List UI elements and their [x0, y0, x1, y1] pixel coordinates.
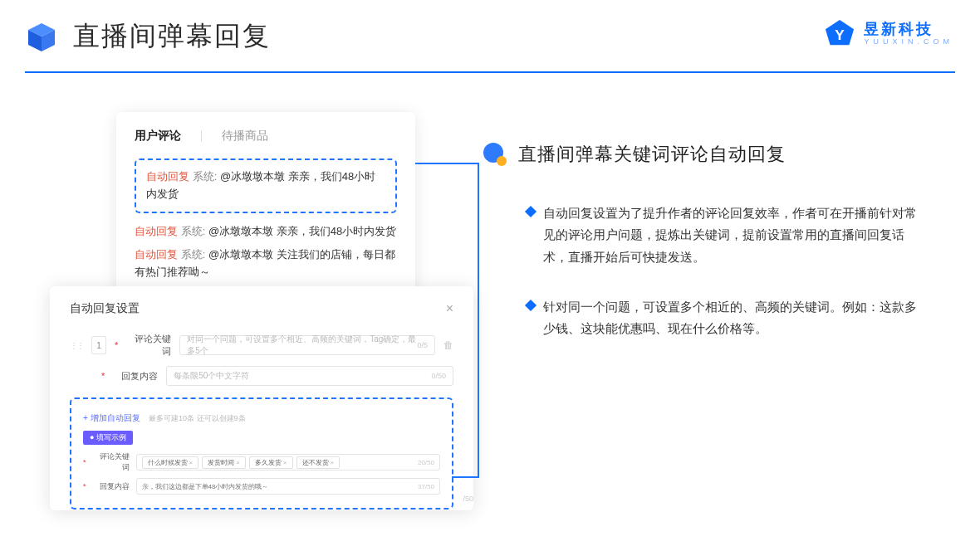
- ex-reply-field[interactable]: 亲，我们这边都是下单48小时内发货的哦～ 37/50: [136, 478, 440, 495]
- example-section: + 增加自动回复 最多可建10条 还可以创建9条 ● 填写示例 * 评论关键词 …: [70, 397, 453, 510]
- page-title: 直播间弹幕回复: [73, 18, 271, 55]
- example-badge: ● 填写示例: [83, 431, 133, 445]
- add-limit-note: 最多可建10条 还可以创建9条: [149, 414, 246, 422]
- outside-count: /50: [463, 495, 473, 503]
- highlighted-comment: 自动回复 系统: @冰墩墩本墩 亲亲，我们48小时内发货: [135, 158, 397, 213]
- index-box: 1: [91, 336, 106, 354]
- tab-divider: [201, 130, 202, 142]
- settings-modal: 自动回复设置 × ⋮⋮ 1 * 评论关键词 对同一个问题，可设置多个相近、高频的…: [50, 286, 473, 510]
- reply-label: 回复内容: [113, 370, 158, 383]
- cube-icon: [25, 20, 58, 53]
- brand-logo: Y 昱新科技 YUUXIN.COM: [824, 18, 953, 50]
- header-rule: [25, 71, 955, 73]
- modal-title: 自动回复设置: [70, 301, 140, 316]
- brand-name-cn: 昱新科技: [864, 22, 953, 38]
- svg-point-6: [497, 156, 507, 166]
- speech-bubble-icon: [482, 141, 508, 168]
- required-mark: *: [115, 340, 118, 350]
- keyword-chip: 发货时间×: [202, 456, 246, 469]
- tab-pending-products[interactable]: 待播商品: [222, 129, 268, 144]
- close-icon[interactable]: ×: [446, 301, 453, 316]
- ex-keyword-label: 评论关键词: [93, 451, 130, 473]
- svg-text:Y: Y: [835, 27, 845, 43]
- ex-reply-label: 回复内容: [93, 481, 130, 492]
- add-auto-reply-link[interactable]: + 增加自动回复: [83, 413, 140, 422]
- ex-keyword-field[interactable]: 什么时候发货× 发货时间× 多久发货× 还不发货× 20/50: [136, 454, 440, 471]
- bullet-item: 自动回复设置为了提升作者的评论回复效率，作者可在开播前针对常见的评论用户问题，提…: [482, 202, 938, 268]
- bullet-item: 针对同一个问题，可设置多个相近的、高频的关键词。例如：这款多少钱、这块能优惠吗、…: [482, 296, 938, 340]
- keyword-chip: 还不发货×: [296, 456, 341, 469]
- system-label: 系统:: [193, 170, 218, 183]
- tab-user-comments[interactable]: 用户评论: [135, 129, 181, 144]
- drag-handle-icon[interactable]: ⋮⋮: [70, 341, 83, 350]
- comment-row: 自动回复 系统: @冰墩墩本墩 关注我们的店铺，每日都有热门推荐呦～: [135, 246, 397, 281]
- keyword-label: 评论关键词: [126, 333, 171, 358]
- auto-reply-tag: 自动回复: [146, 170, 189, 183]
- reply-count: 0/50: [431, 372, 446, 380]
- keyword-chip: 多久发货×: [249, 456, 293, 469]
- keyword-count: 0/5: [417, 341, 428, 349]
- section-heading: 直播间弹幕关键词评论自动回复: [518, 142, 786, 167]
- brand-name-en: YUUXIN.COM: [864, 38, 953, 46]
- diamond-icon: [525, 300, 537, 311]
- keyword-chip: 什么时候发货×: [142, 456, 199, 469]
- reply-input[interactable]: 每条限50个中文字符 0/50: [166, 366, 453, 386]
- comment-row: 自动回复 系统: @冰墩墩本墩 亲亲，我们48小时内发货: [135, 223, 397, 241]
- trash-icon[interactable]: 🗑: [443, 339, 453, 351]
- comments-card: 用户评论 待播商品 自动回复 系统: @冰墩墩本墩 亲亲，我们48小时内发货 自…: [116, 112, 415, 303]
- keyword-input[interactable]: 对同一个问题，可设置多个相近、高频的关键词，Tag确定，最多5个 0/5: [179, 335, 435, 355]
- diamond-icon: [525, 206, 537, 217]
